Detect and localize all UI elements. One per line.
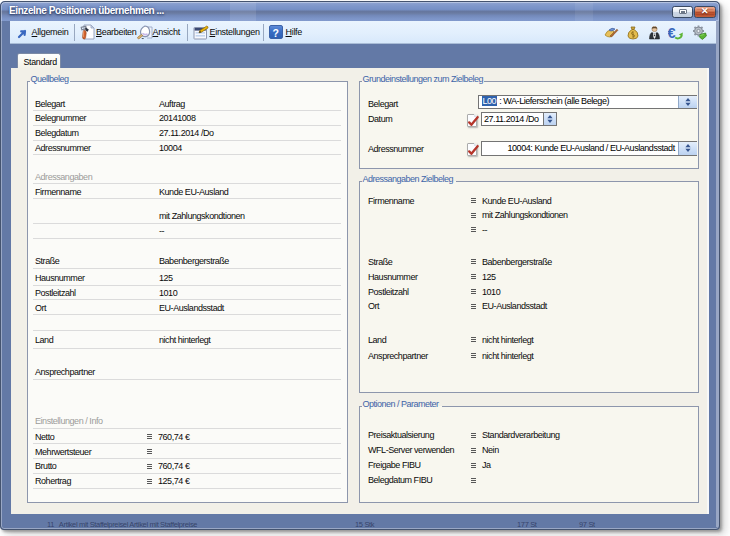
svg-text:€: € (668, 25, 676, 41)
